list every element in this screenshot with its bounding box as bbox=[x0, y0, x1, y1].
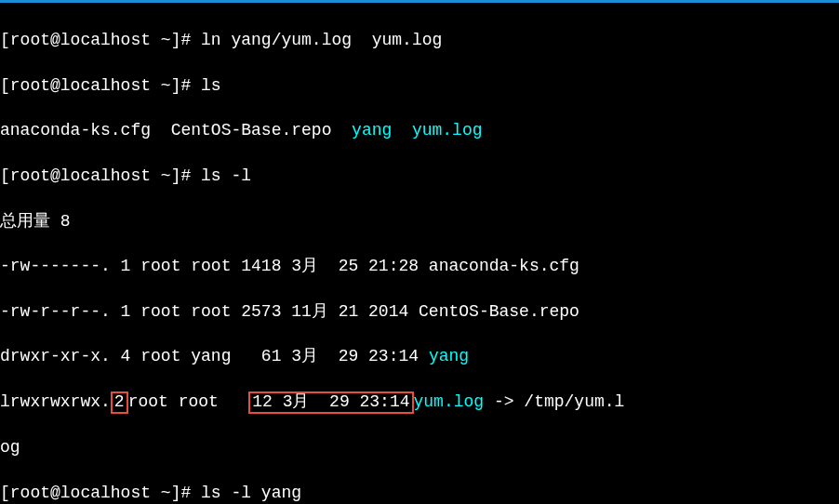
prompt: [root@localhost ~]# bbox=[0, 31, 201, 49]
dir: yang bbox=[429, 347, 469, 365]
symlink: yum.log bbox=[414, 392, 485, 411]
ls-l-row: -rw-------. 1 root root 1418 3月 25 21:28… bbox=[0, 255, 839, 277]
link-count: 2 bbox=[114, 392, 125, 411]
dir: yang bbox=[352, 121, 392, 139]
ls-output: anaconda-ks.cfg CentOS-Base.repo yang yu… bbox=[0, 119, 839, 141]
command-text: ls bbox=[201, 76, 221, 95]
wrap-continuation: og bbox=[0, 436, 839, 458]
perms: lrwxrwxrwx. bbox=[0, 392, 111, 411]
cmd-line-4: [root@localhost ~]# ls -l yang bbox=[0, 482, 839, 504]
terminal-output: [root@localhost ~]# ln yang/yum.log yum.… bbox=[0, 3, 839, 504]
file: CentOS-Base.repo bbox=[171, 121, 332, 139]
link-count-box: 2 bbox=[111, 391, 128, 414]
size-date: 12 3月 29 23:14 bbox=[252, 392, 409, 411]
row-text: drwxr-xr-x. 4 root yang 61 3月 29 23:14 bbox=[0, 347, 429, 365]
prompt: [root@localhost ~]# bbox=[0, 484, 201, 502]
link-target: -> /tmp/yum.l bbox=[484, 392, 624, 411]
size-date-box: 12 3月 29 23:14 bbox=[248, 391, 413, 414]
ls-l-row-highlighted: lrwxrwxrwx.2root root 12 3月 29 23:14yum.… bbox=[0, 391, 839, 414]
file: anaconda-ks.cfg bbox=[0, 121, 151, 139]
ls-l-row: drwxr-xr-x. 4 root yang 61 3月 29 23:14 y… bbox=[0, 345, 839, 367]
cmd-line-2: [root@localhost ~]# ls bbox=[0, 74, 839, 97]
cmd-line-1: [root@localhost ~]# ln yang/yum.log yum.… bbox=[0, 29, 839, 51]
owner-group: root root bbox=[128, 392, 249, 411]
cmd-line-3: [root@localhost ~]# ls -l bbox=[0, 165, 839, 187]
prompt: [root@localhost ~]# bbox=[0, 166, 201, 185]
command-text: ls -l bbox=[201, 166, 251, 185]
ls-l-row: -rw-r--r--. 1 root root 2573 11月 21 2014… bbox=[0, 300, 839, 323]
symlink: yum.log bbox=[412, 121, 483, 139]
total-line: 总用量 8 bbox=[0, 210, 839, 232]
command-text: ls -l yang bbox=[201, 484, 301, 502]
command-text: ln yang/yum.log yum.log bbox=[201, 31, 442, 49]
prompt: [root@localhost ~]# bbox=[0, 76, 201, 95]
